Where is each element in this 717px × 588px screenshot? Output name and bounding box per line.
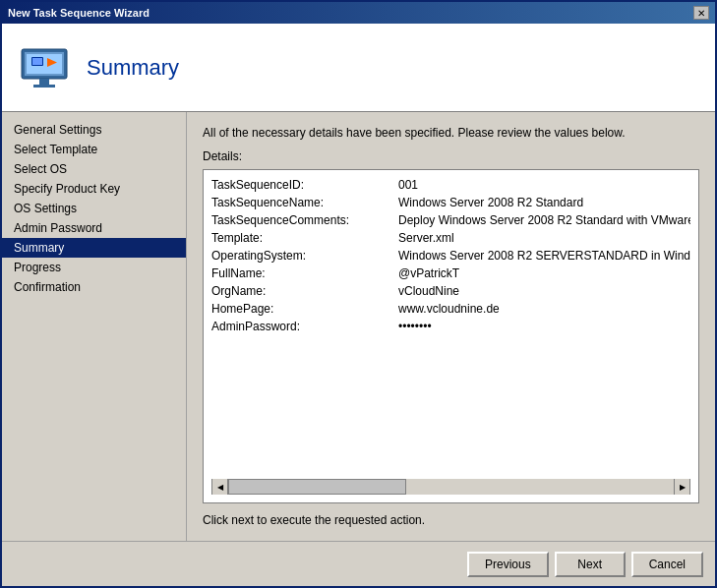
content-area: General SettingsSelect TemplateSelect OS…: [2, 112, 715, 541]
footer-area: Previous Next Cancel: [2, 541, 715, 586]
detail-key: OrgName:: [211, 284, 398, 298]
detail-key: AdminPassword:: [211, 320, 398, 333]
click-next-text: Click next to execute the requested acti…: [203, 513, 699, 527]
intro-text: All of the necessary details have been s…: [203, 126, 699, 140]
detail-value: Deploy Windows Server 2008 R2 Standard w…: [398, 213, 690, 227]
detail-value: @vPatrickT: [398, 266, 459, 280]
detail-value: Windows Server 2008 R2 SERVERSTANDARD in…: [398, 249, 690, 263]
detail-row: HomePage:www.vcloudnine.de: [211, 302, 690, 316]
header-title: Summary: [87, 55, 179, 81]
detail-row: TaskSequenceID:001: [211, 178, 690, 192]
detail-key: TaskSequenceID:: [211, 178, 398, 192]
detail-row: OrgName:vCloudNine: [211, 284, 690, 298]
detail-row: OperatingSystem:Windows Server 2008 R2 S…: [211, 249, 690, 263]
sidebar-item[interactable]: Progress: [2, 258, 186, 277]
detail-value: 001: [398, 178, 418, 192]
sidebar-item[interactable]: Select Template: [2, 140, 186, 159]
sidebar-item[interactable]: Summary: [2, 238, 186, 258]
detail-key: HomePage:: [211, 302, 398, 316]
detail-row: TaskSequenceComments:Deploy Windows Serv…: [211, 213, 690, 227]
detail-value: Server.xml: [398, 231, 454, 245]
detail-row: AdminPassword:••••••••: [211, 320, 690, 333]
horizontal-scrollbar[interactable]: ◀ ▶: [211, 479, 690, 495]
svg-rect-4: [33, 85, 55, 88]
scrollbar-thumb[interactable]: [228, 479, 406, 495]
details-table: TaskSequenceID:001TaskSequenceName:Windo…: [211, 178, 690, 475]
sidebar: General SettingsSelect TemplateSelect OS…: [2, 112, 187, 541]
detail-row: Template:Server.xml: [211, 231, 690, 245]
title-bar-text: New Task Sequence Wizard: [8, 7, 149, 19]
detail-key: FullName:: [211, 266, 398, 280]
sidebar-item[interactable]: Confirmation: [2, 277, 186, 297]
svg-rect-3: [39, 79, 49, 85]
sidebar-item[interactable]: OS Settings: [2, 199, 186, 218]
next-button[interactable]: Next: [555, 552, 626, 577]
close-button[interactable]: ✕: [693, 6, 709, 20]
scrollbar-track[interactable]: [228, 479, 674, 495]
header-area: Summary: [2, 24, 715, 112]
detail-value: vCloudNine: [398, 284, 459, 298]
svg-rect-6: [32, 58, 42, 65]
detail-key: Template:: [211, 231, 398, 245]
sidebar-item[interactable]: General Settings: [2, 120, 186, 140]
detail-value: Windows Server 2008 R2 Standard: [398, 196, 583, 209]
previous-button[interactable]: Previous: [467, 552, 549, 577]
title-bar: New Task Sequence Wizard ✕: [2, 2, 715, 24]
scrollbar-left-button[interactable]: ◀: [212, 479, 228, 495]
main-panel: All of the necessary details have been s…: [187, 112, 715, 541]
scrollbar-right-button[interactable]: ▶: [674, 479, 689, 495]
wizard-icon: [18, 41, 71, 94]
sidebar-item[interactable]: Specify Product Key: [2, 179, 186, 199]
detail-row: FullName:@vPatrickT: [211, 266, 690, 280]
details-box: TaskSequenceID:001TaskSequenceName:Windo…: [203, 169, 699, 503]
details-label: Details:: [203, 149, 699, 163]
window-body: Summary General SettingsSelect TemplateS…: [2, 24, 715, 586]
sidebar-item[interactable]: Admin Password: [2, 218, 186, 238]
detail-key: OperatingSystem:: [211, 249, 398, 263]
detail-value: www.vcloudnine.de: [398, 302, 500, 316]
detail-key: TaskSequenceName:: [211, 196, 398, 209]
detail-key: TaskSequenceComments:: [211, 213, 398, 227]
sidebar-item[interactable]: Select OS: [2, 159, 186, 179]
cancel-button[interactable]: Cancel: [631, 552, 703, 577]
detail-row: TaskSequenceName:Windows Server 2008 R2 …: [211, 196, 690, 209]
wizard-window: New Task Sequence Wizard ✕: [0, 0, 717, 588]
detail-value: ••••••••: [398, 320, 432, 333]
